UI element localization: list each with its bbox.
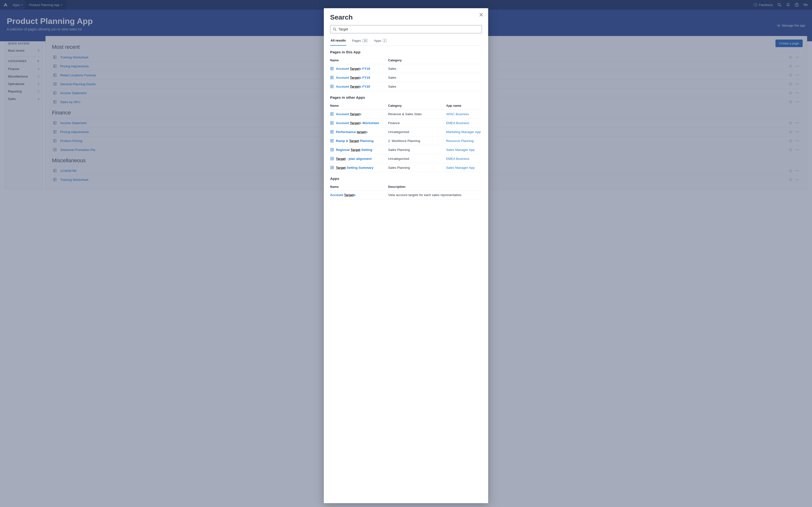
result-link[interactable]: Ramp & Target Planning — [336, 139, 373, 143]
tab-label: Apps — [374, 39, 382, 43]
tab-apps[interactable]: Apps 1 — [373, 36, 387, 45]
result-row[interactable]: Ramp & Target Planning2. Workforce Plann… — [330, 136, 482, 145]
modal-title: Search — [330, 13, 482, 21]
section-heading-apps: Apps — [330, 176, 482, 181]
col-app-name: App name — [446, 104, 482, 107]
tab-label: All results — [331, 39, 346, 42]
result-link[interactable]: Target - plan alignment — [336, 157, 372, 161]
result-row[interactable]: Performance targetsUncategorizedMarketin… — [330, 127, 482, 136]
results-header: Name Category — [330, 56, 482, 64]
result-category: Finance — [388, 121, 446, 125]
result-link[interactable]: Account Targets — [336, 112, 361, 116]
result-category: Uncategorized — [388, 157, 446, 161]
result-category: Uncategorized — [388, 130, 446, 134]
result-row[interactable]: Account Targets FY18Sales — [330, 64, 482, 73]
col-category: Category — [388, 58, 446, 62]
board-icon — [330, 157, 334, 161]
result-category: Sales — [388, 67, 446, 70]
result-row[interactable]: Account Targets FY19Sales — [330, 73, 482, 82]
worksheet-icon — [330, 139, 334, 143]
results-header: Name Category App name — [330, 102, 482, 110]
result-app-link[interactable]: Resource Planning — [446, 139, 474, 143]
section-heading-other-apps: Pages in other Apps — [330, 95, 482, 100]
result-category: 2. Workforce Planning — [388, 139, 446, 143]
tab-count: 10 — [362, 39, 368, 42]
col-category: Category — [388, 104, 446, 107]
result-row[interactable]: Account TargetsRevenue & Sales StatsAPAC… — [330, 110, 482, 119]
result-row[interactable]: Regional Target SettingSales PlanningSal… — [330, 145, 482, 154]
col-name: Name — [330, 104, 388, 107]
search-icon — [333, 27, 337, 31]
result-link[interactable]: Performance targets — [336, 130, 367, 134]
result-app-link[interactable]: Sales Manager App — [446, 148, 475, 152]
results-header: Name Description — [330, 183, 482, 191]
worksheet-icon — [330, 121, 334, 125]
result-link[interactable]: Account Targets Worksheet — [336, 121, 379, 125]
result-app-link[interactable]: EMEA Business — [446, 157, 469, 161]
result-category: Revenue & Sales Stats — [388, 112, 446, 116]
result-link[interactable]: Account Targets FY20 — [336, 85, 370, 89]
close-button[interactable] — [479, 12, 483, 17]
search-input[interactable] — [339, 27, 479, 31]
result-category: Sales Planning — [388, 166, 446, 169]
col-description: Description — [388, 185, 482, 188]
result-category: Sales — [388, 76, 446, 79]
col-name: Name — [330, 185, 388, 188]
result-link[interactable]: Regional Target Setting — [336, 148, 372, 152]
result-row[interactable]: Target - plan alignmentUncategorizedEMEA… — [330, 154, 482, 163]
modal-overlay[interactable]: Search All results Pages 10 Apps 1 Pages… — [0, 0, 812, 507]
result-row[interactable]: Account TargetsView account targets for … — [330, 191, 482, 200]
tab-all-results[interactable]: All results — [330, 36, 346, 46]
result-row[interactable]: Account Targets FY20Sales — [330, 82, 482, 91]
result-app-link[interactable]: EMEA Business — [446, 121, 469, 125]
section-heading-this-app: Pages in this App — [330, 50, 482, 54]
tab-label: Pages — [352, 39, 361, 43]
result-description: View account targets for each sales repr… — [388, 193, 482, 197]
result-app-link[interactable]: Sales Manager App — [446, 166, 475, 169]
worksheet-icon — [330, 112, 334, 116]
result-app-link[interactable]: APAC Business — [446, 112, 469, 116]
search-field[interactable] — [330, 25, 482, 33]
result-row[interactable]: Target Setting SummarySales PlanningSale… — [330, 163, 482, 172]
worksheet-icon — [330, 130, 334, 134]
worksheet-icon — [330, 84, 334, 89]
result-link[interactable]: Account Targets — [330, 193, 356, 197]
result-category: Sales — [388, 85, 446, 89]
result-app-link[interactable]: Marketing Manager App — [446, 130, 481, 134]
result-link[interactable]: Target Setting Summary — [336, 166, 373, 169]
close-icon — [479, 12, 483, 17]
tab-count: 1 — [383, 39, 387, 42]
board-icon — [330, 166, 334, 169]
board-icon — [330, 148, 334, 152]
modal-tabs: All results Pages 10 Apps 1 — [330, 36, 482, 46]
worksheet-icon — [330, 67, 334, 70]
result-row[interactable]: Account Targets WorksheetFinanceEMEA Bus… — [330, 119, 482, 127]
result-link[interactable]: Account Targets FY18 — [336, 67, 370, 70]
result-category: Sales Planning — [388, 148, 446, 152]
result-link[interactable]: Account Targets FY19 — [336, 76, 370, 79]
tab-pages[interactable]: Pages 10 — [352, 36, 368, 45]
search-modal: Search All results Pages 10 Apps 1 Pages… — [324, 8, 488, 503]
col-name: Name — [330, 58, 388, 62]
worksheet-icon — [330, 75, 334, 79]
